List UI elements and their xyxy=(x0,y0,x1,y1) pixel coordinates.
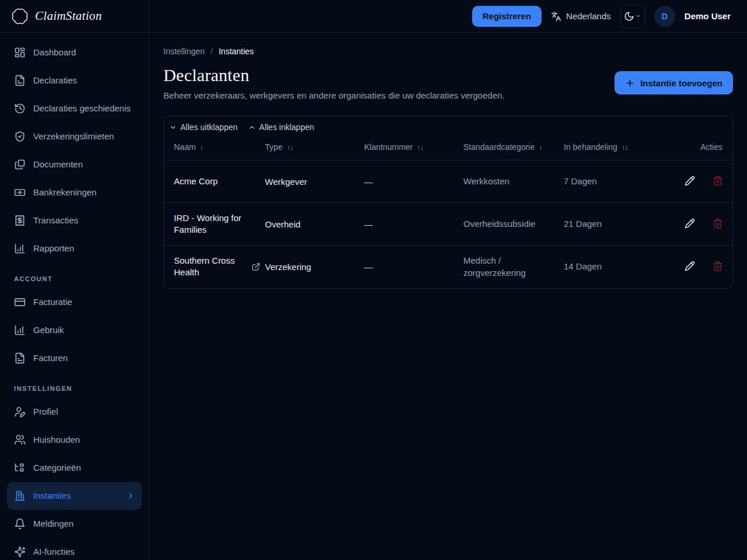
sidebar-item-label: Huishouden xyxy=(33,434,80,446)
row-type: Overheid xyxy=(265,203,364,246)
column-header-type[interactable]: Type↑↓ xyxy=(265,134,364,160)
sidebar-item-meldingen[interactable]: Meldingen xyxy=(7,510,142,538)
column-header-acties: Acties xyxy=(651,134,732,160)
banknote-icon xyxy=(14,187,26,198)
tree-icon xyxy=(14,462,26,474)
sidebar-item-transacties[interactable]: Transacties xyxy=(7,206,142,235)
column-header-naam[interactable]: Naam↑ xyxy=(164,134,265,160)
user-name: Demo User xyxy=(685,11,731,21)
chevron-down-icon xyxy=(169,124,177,131)
row-default-category: Overheidssubsidie xyxy=(463,203,564,246)
sidebar-item-label: Documenten xyxy=(33,159,83,170)
row-name: IRD - Working for Families xyxy=(164,203,265,246)
copies-icon xyxy=(14,159,26,170)
table-row: Southern Cross Health Verzekering — Medi… xyxy=(164,246,732,288)
sidebar-item-bankrekeningen[interactable]: Bankrekeningen xyxy=(7,178,142,206)
sidebar-item-facturen[interactable]: Facturen xyxy=(7,344,142,372)
breadcrumb-separator: / xyxy=(211,47,213,56)
sidebar-item-instanties[interactable]: Instanties xyxy=(7,482,142,510)
breadcrumb: Instellingen / Instanties xyxy=(163,47,733,56)
row-processing: 14 Dagen xyxy=(564,246,651,288)
delete-button[interactable] xyxy=(711,174,724,187)
trash-icon xyxy=(713,176,723,186)
column-header-in-behandeling[interactable]: In behandeling↑↓ xyxy=(564,134,651,160)
instanties-table: Naam↑ Type↑↓ Klantnummer↑↓ Standaardcate… xyxy=(164,134,732,288)
row-processing: 21 Dagen xyxy=(564,203,651,246)
sidebar-item-label: Transacties xyxy=(33,215,78,226)
plus-icon xyxy=(625,78,635,88)
sidebar-item-rapporten[interactable]: Rapporten xyxy=(7,235,142,262)
register-button[interactable]: Registreren xyxy=(472,6,542,27)
sort-asc-icon[interactable]: ↑ xyxy=(200,143,203,152)
instanties-table-card: Alles uitklappen Alles inklappen Naam↑ T xyxy=(163,116,733,289)
sidebar-item-dashboard[interactable]: Dashboard xyxy=(7,38,142,66)
column-header-klantnummer[interactable]: Klantnummer↑↓ xyxy=(364,134,463,160)
delete-button[interactable] xyxy=(711,260,724,272)
external-link-icon[interactable] xyxy=(252,262,260,271)
expand-all-label: Alles uitklappen xyxy=(180,123,238,132)
file-text-icon xyxy=(14,352,26,364)
users-icon xyxy=(14,434,26,446)
user-pen-icon xyxy=(14,406,26,418)
pencil-icon xyxy=(685,218,695,229)
sidebar-item-label: Instanties xyxy=(33,490,71,502)
breadcrumb-instanties: Instanties xyxy=(219,47,254,56)
row-name: Southern Cross Health xyxy=(174,255,246,279)
sidebar-item-label: Dashboard xyxy=(33,47,76,58)
breadcrumb-instellingen[interactable]: Instellingen xyxy=(163,47,205,56)
main-content: Instellingen / Instanties Declaranten Be… xyxy=(149,33,747,560)
file-text-icon xyxy=(14,75,26,86)
dashboard-icon xyxy=(14,47,26,58)
shield-check-icon xyxy=(14,131,26,142)
sidebar-item-categorieen[interactable]: Categorieën xyxy=(7,454,142,482)
add-instantie-button[interactable]: Instantie toevoegen xyxy=(615,71,733,94)
credit-card-icon xyxy=(14,296,26,308)
delete-button[interactable] xyxy=(711,217,724,230)
row-name: Acme Corp xyxy=(164,160,265,203)
row-default-category: Werkkosten xyxy=(463,160,564,203)
brand-logo[interactable]: ClaimStation xyxy=(0,0,149,32)
sort-asc-icon[interactable]: ↑ xyxy=(539,143,542,152)
sidebar-item-gebruik[interactable]: Gebruik xyxy=(7,316,142,344)
sidebar-item-ai-functies[interactable]: AI-functies xyxy=(7,538,142,560)
page-subtitle: Beheer verzekeraars, werkgevers en ander… xyxy=(163,90,505,100)
sidebar-item-documenten[interactable]: Documenten xyxy=(7,150,142,178)
expand-all-button[interactable]: Alles uitklappen xyxy=(169,123,238,132)
sort-both-icon[interactable]: ↑↓ xyxy=(287,143,293,152)
column-header-standaardcategorie[interactable]: Standaardcategorie↑ xyxy=(463,134,564,160)
brand-name: ClaimStation xyxy=(35,9,102,23)
sidebar-item-label: Meldingen xyxy=(33,518,74,530)
sort-both-icon[interactable]: ↑↓ xyxy=(622,143,628,152)
sidebar-item-declaraties[interactable]: Declaraties xyxy=(7,66,142,94)
table-header-row: Naam↑ Type↑↓ Klantnummer↑↓ Standaardcate… xyxy=(164,134,732,160)
edit-button[interactable] xyxy=(683,260,696,272)
avatar[interactable]: D xyxy=(654,6,675,27)
bell-icon xyxy=(14,518,26,530)
page-header: Declaranten Beheer verzekeraars, werkgev… xyxy=(163,65,733,100)
expand-controls: Alles uitklappen Alles inklappen xyxy=(164,116,732,134)
theme-toggle-button[interactable] xyxy=(620,5,645,28)
bar-chart-icon xyxy=(14,243,26,254)
sidebar-item-label: Facturatie xyxy=(33,296,72,308)
receipt-icon xyxy=(14,215,26,226)
table-row: IRD - Working for Families Overheid — Ov… xyxy=(164,203,732,246)
collapse-all-button[interactable]: Alles inklappen xyxy=(248,123,314,132)
sidebar-item-declaraties-geschiedenis[interactable]: Declaraties geschiedenis xyxy=(7,94,142,123)
language-switcher[interactable]: Nederlands xyxy=(551,11,611,22)
sidebar-item-label: Rapporten xyxy=(33,243,74,254)
sidebar-item-verzekeringslimieten[interactable]: Verzekeringslimieten xyxy=(7,123,142,150)
sort-both-icon[interactable]: ↑↓ xyxy=(417,143,423,152)
sidebar-item-profiel[interactable]: Profiel xyxy=(7,398,142,426)
brand-flower-icon xyxy=(12,8,28,24)
sidebar-item-label: Categorieën xyxy=(33,462,81,474)
history-icon xyxy=(14,103,26,114)
edit-button[interactable] xyxy=(683,174,696,187)
sidebar-item-label: Bankrekeningen xyxy=(33,187,96,198)
sidebar-item-label: Declaraties xyxy=(33,75,77,86)
sidebar-item-huishouden[interactable]: Huishouden xyxy=(7,426,142,454)
edit-button[interactable] xyxy=(683,217,696,230)
sidebar-item-facturatie[interactable]: Facturatie xyxy=(7,288,142,316)
sidebar-item-label: Gebruik xyxy=(33,324,64,336)
row-type: Werkgever xyxy=(265,160,364,203)
table-row: Acme Corp Werkgever — Werkkosten 7 Dagen xyxy=(164,160,732,203)
